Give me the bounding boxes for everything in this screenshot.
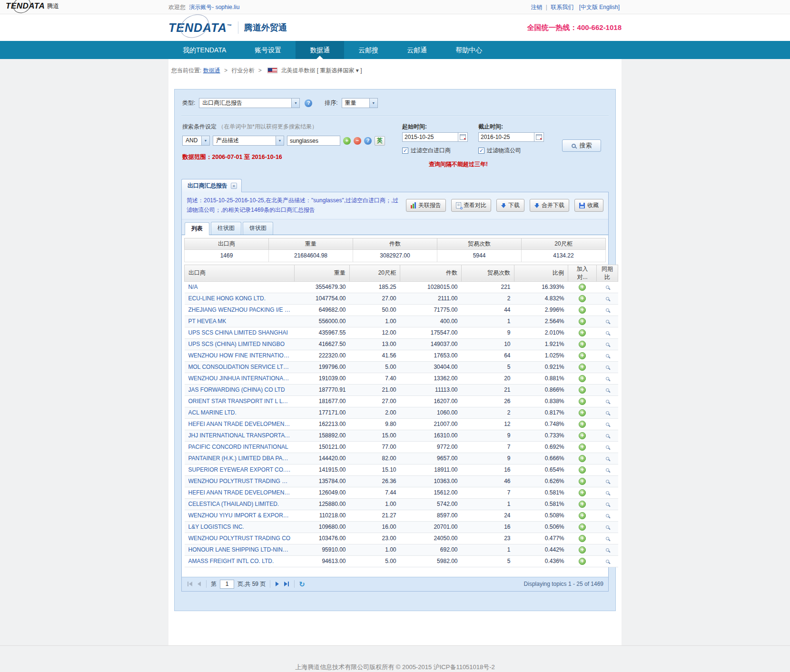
filter-blank-importer-checkbox[interactable]: ✓ <box>402 148 408 154</box>
nav-item-account-settings[interactable]: 账号设置 <box>240 41 296 59</box>
next-page-button[interactable] <box>275 581 280 587</box>
exporter-link[interactable]: HEFEI ANAN TRADE DEVELOPMENT CO... <box>188 489 291 496</box>
col-header-trades[interactable]: 贸易次数 <box>462 265 514 281</box>
start-date-input[interactable] <box>402 132 458 142</box>
exporter-link[interactable]: WENZHOU YIYU IMPORT & EXPORT C... <box>188 512 291 519</box>
exporter-link[interactable]: L&Y LOGISTICS INC. <box>188 524 291 530</box>
col-header-ratio[interactable]: 比例 <box>514 265 568 281</box>
sort-select[interactable]: 重量 ▼ <box>342 98 378 108</box>
merge-download-button[interactable]: 合并下载 <box>530 199 569 212</box>
yoy-search-icon[interactable] <box>606 400 609 403</box>
add-to-compare-icon[interactable]: + <box>579 501 586 508</box>
keyword-input[interactable] <box>287 136 340 146</box>
last-page-button[interactable] <box>283 581 290 587</box>
exporter-link[interactable]: WENZHOU JINHUA INTERNATIONAL T... <box>188 375 291 382</box>
language-switch-link[interactable]: [中文版 English] <box>579 4 620 10</box>
exporter-link[interactable]: WENZHOU POLYTRUST TRADING CO <box>188 535 291 542</box>
add-to-compare-icon[interactable]: + <box>579 284 586 291</box>
favorite-button[interactable]: 收藏 <box>574 199 603 212</box>
nav-item-data-service[interactable]: 数据通 <box>296 41 344 59</box>
reselect-country-link[interactable]: [ 重新选择国家 ▾ ] <box>317 67 362 74</box>
english-toggle-button[interactable]: 英 <box>375 136 385 146</box>
yoy-search-icon[interactable] <box>606 366 609 369</box>
exporter-link[interactable]: HEFEI ANAN TRADE DEVELOPMENT CO... <box>188 421 291 427</box>
type-help-icon[interactable]: ? <box>305 99 312 107</box>
calendar-icon[interactable] <box>458 132 468 142</box>
add-to-compare-icon[interactable]: + <box>579 512 586 519</box>
exporter-link[interactable]: ORIENT STAR TRANSPORT INT L LTD RM <box>188 398 291 405</box>
exporter-link[interactable]: CELESTICA (THAILAND) LIMITED. <box>188 501 291 507</box>
add-to-compare-icon[interactable]: + <box>579 558 586 565</box>
add-to-compare-icon[interactable]: + <box>579 341 586 348</box>
tab-list-view[interactable]: 列表 <box>185 222 209 235</box>
chevron-down-icon[interactable]: ▼ <box>291 99 299 108</box>
exporter-link[interactable]: MOL CONSOLIDATION SERVICE LTD O/B <box>188 364 291 370</box>
col-header-yoy[interactable]: 同期比 <box>597 265 618 281</box>
search-button[interactable]: 搜索 <box>562 139 601 152</box>
view-compare-button[interactable]: 查看对比 <box>451 199 491 212</box>
add-to-compare-icon[interactable]: + <box>579 489 586 496</box>
tab-pie-chart-view[interactable]: 饼状图 <box>243 222 273 235</box>
yoy-search-icon[interactable] <box>606 388 609 392</box>
yoy-search-icon[interactable] <box>606 445 609 449</box>
yoy-search-icon[interactable] <box>606 468 609 472</box>
prev-page-button[interactable] <box>197 581 202 587</box>
yoy-search-icon[interactable] <box>606 411 609 415</box>
yoy-search-icon[interactable] <box>606 525 609 529</box>
related-report-button[interactable]: 关联报告 <box>406 199 446 212</box>
yoy-search-icon[interactable] <box>606 480 609 483</box>
col-header-weight[interactable]: 重量 <box>295 265 350 281</box>
close-icon[interactable]: × <box>231 183 237 189</box>
add-to-compare-icon[interactable]: + <box>579 524 586 531</box>
add-to-compare-icon[interactable]: + <box>579 466 586 474</box>
nav-item-cloud-mail[interactable]: 云邮通 <box>393 41 441 59</box>
add-to-compare-icon[interactable]: + <box>579 478 586 485</box>
yoy-search-icon[interactable] <box>606 514 609 517</box>
add-to-compare-icon[interactable]: + <box>579 409 586 416</box>
exporter-link[interactable]: N/A <box>188 284 291 290</box>
col-header-quantity[interactable]: 件数 <box>400 265 462 281</box>
exporter-link[interactable]: ACL MARINE LTD. <box>188 409 291 416</box>
add-to-compare-icon[interactable]: + <box>579 295 586 302</box>
exporter-link[interactable]: WENZHOU HOW FINE INTERNATIONAL... <box>188 352 291 359</box>
yoy-search-icon[interactable] <box>606 503 609 506</box>
nav-item-my-tendata[interactable]: 我的TENDATA <box>168 41 240 59</box>
exporter-link[interactable]: PT HEVEA MK <box>188 318 291 325</box>
chevron-down-icon[interactable]: ▼ <box>369 99 377 108</box>
yoy-search-icon[interactable] <box>606 457 609 460</box>
nav-item-help-center[interactable]: 帮助中心 <box>441 41 496 59</box>
yoy-search-icon[interactable] <box>606 331 609 335</box>
add-to-compare-icon[interactable]: + <box>579 398 586 405</box>
add-condition-icon[interactable]: + <box>343 137 351 145</box>
yoy-search-icon[interactable] <box>606 343 609 346</box>
add-to-compare-icon[interactable]: + <box>579 455 586 462</box>
exporter-link[interactable]: ZHEJIANG WENZHOU PACKING I/E CORP. <box>188 306 291 313</box>
add-to-compare-icon[interactable]: + <box>579 318 586 325</box>
report-type-select[interactable]: 出口商汇总报告 ▼ <box>199 98 300 108</box>
add-to-compare-icon[interactable]: + <box>579 306 586 314</box>
add-to-compare-icon[interactable]: + <box>579 364 586 371</box>
nav-item-cloud-mail-search[interactable]: 云邮搜 <box>344 41 393 59</box>
yoy-search-icon[interactable] <box>606 354 609 357</box>
col-header-exporter[interactable]: 出口商 <box>185 265 295 281</box>
search-field-select[interactable]: 产品描述 ▼ <box>213 136 284 146</box>
page-number-input[interactable] <box>220 580 234 589</box>
exporter-link[interactable]: ECU-LINE HONG KONG LTD. <box>188 295 291 302</box>
end-date-input[interactable] <box>478 132 534 142</box>
tab-exporter-summary-report[interactable]: 出口商汇总报告 × <box>181 179 242 192</box>
yoy-search-icon[interactable] <box>606 548 609 552</box>
exporter-link[interactable]: PACIFIC CONCORD INTERNATIONAL <box>188 444 291 450</box>
exporter-link[interactable]: WENZHOU POLYTRUST TRADING CO., ... <box>188 478 291 484</box>
calendar-icon[interactable] <box>534 132 544 142</box>
exporter-link[interactable]: UPS SCS CHINA LIMITED SHANGHAI <box>188 329 291 336</box>
yoy-search-icon[interactable] <box>606 297 609 300</box>
exporter-link[interactable]: PANTAINER (H.K.) LIMITED DBA PANTAI <box>188 455 291 462</box>
exporter-link[interactable]: JAS FORWARDING (CHINA) CO LTD <box>188 386 291 393</box>
add-to-compare-icon[interactable]: + <box>579 432 586 439</box>
chevron-down-icon[interactable]: ▼ <box>276 136 284 145</box>
yoy-search-icon[interactable] <box>606 286 609 289</box>
breadcrumb-data-service-link[interactable]: 数据通 <box>203 67 220 74</box>
condition-help-icon[interactable]: ? <box>364 137 372 145</box>
exporter-link[interactable]: AMASS FREIGHT INTL CO. LTD. <box>188 558 291 564</box>
yoy-search-icon[interactable] <box>606 434 609 437</box>
